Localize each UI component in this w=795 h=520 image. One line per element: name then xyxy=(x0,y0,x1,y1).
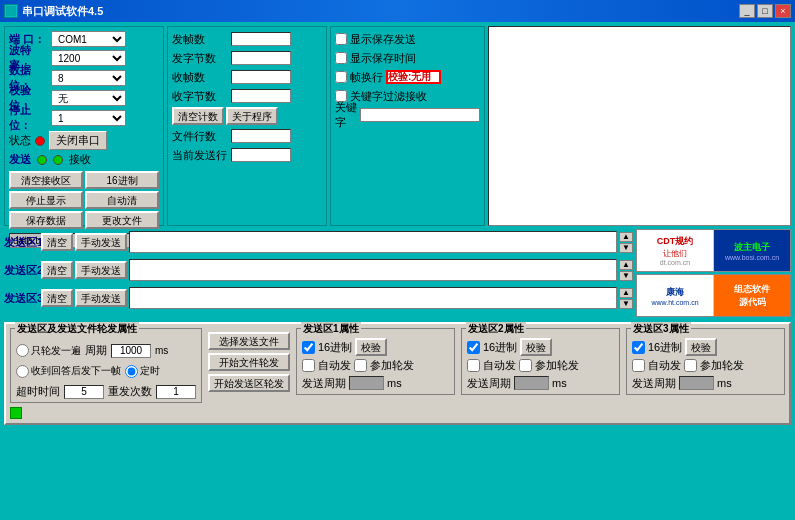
send-indicator xyxy=(37,155,47,165)
minimize-button[interactable]: _ xyxy=(739,4,755,18)
hex16-button[interactable]: 16进制 xyxy=(85,171,159,189)
show-save-receive-checkbox[interactable] xyxy=(335,33,347,45)
retry-input[interactable] xyxy=(156,385,196,399)
save-data-button[interactable]: 保存数据 xyxy=(9,211,83,229)
parity-select[interactable]: 无 xyxy=(51,90,126,106)
close-port-button[interactable]: 关闭串口 xyxy=(49,131,107,150)
about-button[interactable]: 关于程序 xyxy=(226,107,278,125)
show-save-time-row: 显示保存时间 xyxy=(335,50,480,66)
send-area-2-clear-button[interactable]: 清空 xyxy=(41,261,73,279)
send-area-3-clear-button[interactable]: 清空 xyxy=(41,289,73,307)
ads-panel: CDT规约 让他们 dt.com.cn 波主电子 www.bosi.com.cn… xyxy=(636,229,791,319)
start-area-button[interactable]: 开始发送区轮发 xyxy=(208,374,290,392)
recv-bytes-value xyxy=(231,89,291,103)
area1-auto-checkbox[interactable] xyxy=(302,359,315,372)
ad-box-cdt[interactable]: CDT规约 让他们 dt.com.cn 波主电子 www.bosi.com.cn xyxy=(636,229,791,272)
close-button[interactable]: × xyxy=(775,4,791,18)
send-area-1-send-button[interactable]: 手动发送 xyxy=(75,233,127,251)
send-area-1-scroll-down[interactable]: ▼ xyxy=(619,243,633,253)
area3-group-checkbox[interactable] xyxy=(684,359,697,372)
databits-select[interactable]: 8 xyxy=(51,70,126,86)
app-title: 串口调试软件4.5 xyxy=(22,4,103,19)
maximize-button[interactable]: □ xyxy=(757,4,773,18)
area3-hex-checkbox[interactable] xyxy=(632,341,645,354)
timeout-input[interactable] xyxy=(64,385,104,399)
port-select[interactable]: COM1 xyxy=(51,31,126,47)
send-area-3-send-button[interactable]: 手动发送 xyxy=(75,289,127,307)
start-file-button[interactable]: 开始文件轮发 xyxy=(208,353,290,371)
ad-kh-right: 组态软件 源代码 xyxy=(714,275,790,316)
period-input[interactable] xyxy=(111,344,151,358)
timer-label[interactable]: 定时 xyxy=(125,364,160,378)
status-label: 状态 xyxy=(9,133,31,148)
filter-key-label: 关键字过滤接收 xyxy=(350,89,427,104)
area1-group-checkbox[interactable] xyxy=(354,359,367,372)
period-label: 周期 xyxy=(85,343,107,358)
send-area-2-scroll-up[interactable]: ▲ xyxy=(619,260,633,270)
area1-period-input[interactable] xyxy=(349,376,384,390)
send-bytes-label: 发字节数 xyxy=(172,51,227,66)
send-area-2-scroll-down[interactable]: ▼ xyxy=(619,271,633,281)
bottom-section: 发送区及发送文件轮发属性 只轮发一遍 周期 ms 收到回答后发下一帧 xyxy=(4,322,791,425)
stop-display-button[interactable]: 停止显示 xyxy=(9,191,83,209)
frame-row-input[interactable] xyxy=(386,70,441,84)
send-area-2-send-button[interactable]: 手动发送 xyxy=(75,261,127,279)
recv-frames-label: 收帧数 xyxy=(172,70,227,85)
area1-period-label: 发送周期 xyxy=(302,376,346,391)
reply-radio[interactable] xyxy=(16,365,29,378)
frame-row-checkbox[interactable] xyxy=(335,71,347,83)
area2-period-label: 发送周期 xyxy=(467,376,511,391)
ad-cdt: CDT规约 让他们 dt.com.cn 波主电子 www.bosi.com.cn xyxy=(637,230,790,271)
area3-ms-label: ms xyxy=(717,377,732,389)
cdt-url: dt.com.cn xyxy=(660,259,690,266)
window-controls: _ □ × xyxy=(739,4,791,18)
select-file-button[interactable]: 选择发送文件 xyxy=(208,332,290,350)
ad-kh: 康海 www.ht.com.cn 组态软件 源代码 xyxy=(637,275,790,316)
area2-verify-button[interactable]: 校验 xyxy=(520,338,552,356)
auto-clear-button[interactable]: 自动清 xyxy=(85,191,159,209)
send-area-3-scroll: ▲ ▼ xyxy=(619,288,633,309)
area3-period-input[interactable] xyxy=(679,376,714,390)
clear-receive-button[interactable]: 清空接收区 xyxy=(9,171,83,189)
send-area-2-input[interactable] xyxy=(129,259,617,281)
area2-hex-checkbox[interactable] xyxy=(467,341,480,354)
area3-verify-button[interactable]: 校验 xyxy=(685,338,717,356)
stopbits-select[interactable]: 1 xyxy=(51,110,126,126)
send-area-1-input[interactable] xyxy=(129,231,617,253)
area3-auto-row: 自动发 参加轮发 xyxy=(632,357,779,373)
area2-period-row: 发送周期 ms xyxy=(467,375,614,391)
ad-box-kh[interactable]: 康海 www.ht.com.cn 组态软件 源代码 xyxy=(636,274,791,317)
area3-period-label: 发送周期 xyxy=(632,376,676,391)
send-area-3-input[interactable] xyxy=(129,287,617,309)
send-bytes-row: 发字节数 xyxy=(172,50,322,66)
area2-group-checkbox[interactable] xyxy=(519,359,532,372)
recv-frames-value xyxy=(231,70,291,84)
keyword-input[interactable] xyxy=(360,108,480,122)
send-area-3-scroll-down[interactable]: ▼ xyxy=(619,299,633,309)
title-bar: 串口调试软件4.5 _ □ × xyxy=(0,0,795,22)
send-area-1-clear-button[interactable]: 清空 xyxy=(41,233,73,251)
area2-period-input[interactable] xyxy=(514,376,549,390)
area3-auto-checkbox[interactable] xyxy=(632,359,645,372)
show-save-receive-label: 显示保存发送 xyxy=(350,32,416,47)
send-areas: 发送区1 清空 手动发送 ▲ ▼ 发送区2 清空 手动发送 ▲ ▼ xyxy=(4,229,633,319)
timer-radio[interactable] xyxy=(125,365,138,378)
area3-group-label: 参加轮发 xyxy=(700,358,744,373)
reply-label[interactable]: 收到回答后发下一帧 xyxy=(16,364,121,378)
ad-cdt-left: CDT规约 让他们 dt.com.cn xyxy=(637,230,714,271)
clear-count-button[interactable]: 清空计数 xyxy=(172,107,224,125)
modify-file-button[interactable]: 更改文件 xyxy=(85,211,159,229)
send-once-label[interactable]: 只轮发一遍 xyxy=(16,344,81,358)
baudrate-select[interactable]: 1200 xyxy=(51,50,126,66)
timeout-label: 超时时间 xyxy=(16,384,60,399)
send-area-1-label: 发送区1 xyxy=(4,235,39,250)
send-area-1-scroll-up[interactable]: ▲ xyxy=(619,232,633,242)
area1-verify-button[interactable]: 校验 xyxy=(355,338,387,356)
send-area-3-scroll-up[interactable]: ▲ xyxy=(619,288,633,298)
area2-auto-checkbox[interactable] xyxy=(467,359,480,372)
send-once-radio[interactable] xyxy=(16,344,29,357)
show-save-time-checkbox[interactable] xyxy=(335,52,347,64)
area1-hex-checkbox[interactable] xyxy=(302,341,315,354)
title-bar-left: 串口调试软件4.5 xyxy=(4,4,103,19)
timeout-row: 超时时间 重发次数 xyxy=(16,384,196,399)
